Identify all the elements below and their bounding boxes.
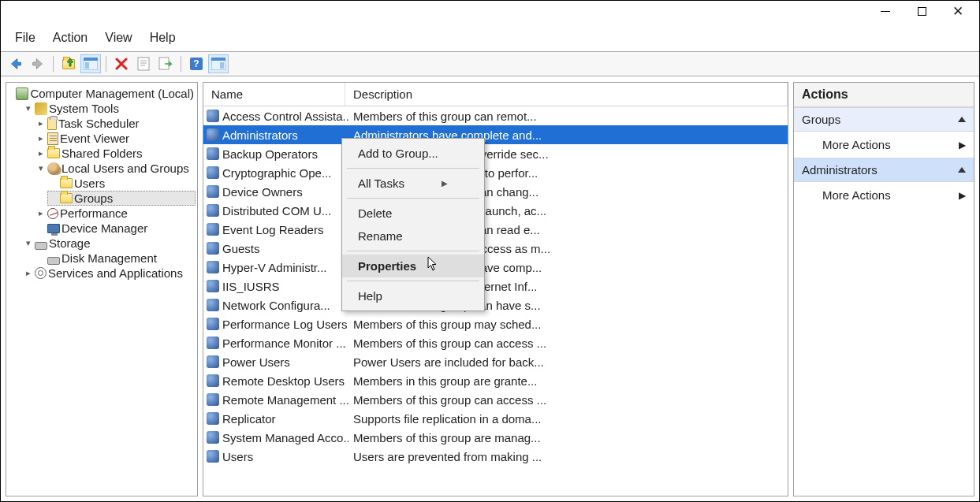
tree-label: Shared Folders bbox=[61, 147, 143, 160]
tree-label: Storage bbox=[49, 236, 91, 250]
twisty-icon[interactable]: ▸ bbox=[24, 268, 33, 278]
collapse-icon bbox=[958, 167, 966, 173]
toolbar-export-button[interactable] bbox=[155, 54, 176, 73]
group-name: Remote Desktop Users bbox=[222, 374, 345, 388]
toolbar-forward-button[interactable] bbox=[28, 54, 48, 73]
tree-root[interactable]: Computer Management (Local) bbox=[9, 86, 196, 101]
group-name: Replicator bbox=[222, 412, 276, 426]
list-row[interactable]: Remote Desktop UsersMembers in this grou… bbox=[203, 371, 788, 390]
list-header: Name Description bbox=[203, 83, 788, 106]
tree-shared-folders[interactable]: ▸Shared Folders bbox=[35, 146, 196, 161]
tree-users[interactable]: Users bbox=[47, 176, 196, 191]
group-icon bbox=[207, 185, 219, 198]
list-row[interactable]: GuestsGuests have the same access as m..… bbox=[203, 239, 788, 258]
list-row[interactable]: Hyper-V Administr...Members of this grou… bbox=[203, 258, 788, 277]
list-row[interactable]: ReplicatorSupports file replication in a… bbox=[203, 409, 788, 428]
tree-system-tools[interactable]: ▾ System Tools bbox=[22, 101, 196, 116]
menu-file[interactable]: File bbox=[13, 29, 37, 46]
tree-local-users-groups[interactable]: ▾Local Users and Groups bbox=[35, 161, 196, 176]
twisty-icon[interactable]: ▾ bbox=[24, 238, 33, 248]
context-menu-item[interactable]: All Tasks▶ bbox=[342, 172, 484, 195]
list-row[interactable]: Performance Log UsersMembers of this gro… bbox=[203, 314, 788, 333]
actions-section-administrators[interactable]: Administrators bbox=[794, 158, 974, 182]
actions-more-administrators[interactable]: More Actions ▶ bbox=[794, 182, 974, 208]
twisty-icon[interactable]: ▸ bbox=[36, 208, 46, 218]
context-menu-label: Rename bbox=[358, 229, 403, 243]
column-header-name[interactable]: Name bbox=[203, 83, 345, 106]
list-row[interactable]: IIS_IUSRSBuilt-in group used by Internet… bbox=[203, 277, 788, 296]
list-row[interactable]: System Managed Acco...Members of this gr… bbox=[203, 428, 788, 447]
tree-services-apps[interactable]: ▸Services and Applications bbox=[22, 266, 196, 281]
group-icon bbox=[207, 110, 219, 122]
toolbar: ? bbox=[1, 51, 979, 76]
toolbar-up-button[interactable] bbox=[58, 54, 79, 73]
twisty-icon[interactable]: ▾ bbox=[24, 103, 33, 113]
twisty-icon[interactable]: ▸ bbox=[36, 118, 46, 128]
tree-device-manager[interactable]: Device Manager bbox=[35, 221, 196, 236]
actions-section-groups[interactable]: Groups bbox=[794, 107, 974, 132]
device-manager-icon bbox=[47, 224, 60, 233]
column-header-description[interactable]: Description bbox=[345, 83, 788, 106]
context-menu-item[interactable]: Delete bbox=[342, 202, 484, 225]
group-icon bbox=[207, 242, 219, 255]
tree-disk-management[interactable]: Disk Management bbox=[35, 251, 196, 266]
actions-more-groups[interactable]: More Actions ▶ bbox=[794, 132, 974, 158]
group-icon bbox=[207, 280, 219, 292]
up-folder-icon bbox=[62, 59, 75, 69]
svg-rect-3 bbox=[138, 58, 149, 70]
help-icon: ? bbox=[190, 58, 203, 70]
group-description: Members of this group can remot... bbox=[348, 110, 784, 123]
group-name: Cryptographic Ope... bbox=[222, 166, 331, 180]
tree-performance[interactable]: ▸Performance bbox=[35, 206, 196, 221]
toolbar-help-button[interactable]: ? bbox=[186, 54, 207, 73]
list-row[interactable]: Power UsersPower Users are included for … bbox=[203, 352, 788, 371]
window-maximize-button[interactable] bbox=[904, 1, 940, 21]
toolbar-delete-button[interactable] bbox=[111, 54, 132, 73]
delete-icon bbox=[115, 58, 128, 70]
tree-event-viewer[interactable]: ▸Event Viewer bbox=[35, 131, 196, 146]
list-row[interactable]: Network Configura...Members in this grou… bbox=[203, 296, 788, 314]
actions-section-label: Administrators bbox=[802, 163, 878, 177]
list-row[interactable]: UsersUsers are prevented from making ... bbox=[203, 447, 788, 466]
performance-icon bbox=[47, 208, 58, 219]
twisty-icon[interactable]: ▸ bbox=[36, 148, 46, 158]
toolbar-action-pane-button[interactable] bbox=[208, 54, 229, 73]
tree-label: Device Manager bbox=[61, 221, 147, 235]
menu-help[interactable]: Help bbox=[148, 29, 177, 46]
twisty-icon[interactable]: ▸ bbox=[36, 133, 46, 143]
tree-label: Performance bbox=[60, 206, 128, 220]
list-row[interactable]: Performance Monitor ...Members of this g… bbox=[203, 333, 788, 352]
list-row[interactable]: Access Control Assista...Members of this… bbox=[203, 106, 788, 125]
context-menu-item[interactable]: Add to Group... bbox=[342, 142, 484, 165]
list-row[interactable]: AdministratorsAdministrators have comple… bbox=[203, 125, 788, 144]
group-description: Members in this group are grante... bbox=[348, 374, 784, 388]
context-menu-separator bbox=[347, 251, 479, 251]
tree-groups[interactable]: Groups bbox=[47, 191, 196, 206]
list-row[interactable]: Cryptographic Ope...Members are authoriz… bbox=[203, 163, 788, 182]
toolbar-back-button[interactable] bbox=[6, 54, 26, 73]
tree-storage[interactable]: ▾Storage bbox=[22, 236, 196, 251]
group-description: Members of this group can access ... bbox=[348, 393, 784, 407]
menu-action[interactable]: Action bbox=[51, 29, 89, 46]
window-minimize-button[interactable] bbox=[867, 1, 904, 21]
group-description: Power Users are included for back... bbox=[348, 355, 784, 369]
title-bar bbox=[1, 1, 979, 26]
forward-icon bbox=[31, 57, 45, 71]
list-row[interactable]: Backup OperatorsBackup Operators can ove… bbox=[203, 144, 788, 163]
menu-view[interactable]: View bbox=[103, 29, 133, 46]
list-row[interactable]: Remote Management ...Members of this gro… bbox=[203, 390, 788, 409]
context-menu-item[interactable]: Help bbox=[342, 284, 484, 307]
context-menu-separator bbox=[347, 168, 479, 169]
list-row[interactable]: Event Log ReadersMembers of this group c… bbox=[203, 220, 788, 239]
list-row[interactable]: Distributed COM U...Members are allowed … bbox=[203, 201, 788, 220]
tree-task-scheduler[interactable]: ▸Task Scheduler bbox=[35, 116, 196, 131]
toolbar-console-tree-button[interactable] bbox=[80, 54, 101, 73]
toolbar-properties-button[interactable] bbox=[133, 54, 154, 73]
context-menu-item[interactable]: Properties bbox=[342, 255, 484, 277]
twisty-icon[interactable]: ▾ bbox=[36, 163, 46, 173]
context-menu-item[interactable]: Rename bbox=[342, 225, 484, 247]
window-close-button[interactable] bbox=[940, 1, 976, 21]
list-row[interactable]: Device OwnersMembers of this group can c… bbox=[203, 182, 788, 201]
context-menu-separator bbox=[347, 198, 479, 199]
back-icon bbox=[9, 57, 23, 71]
